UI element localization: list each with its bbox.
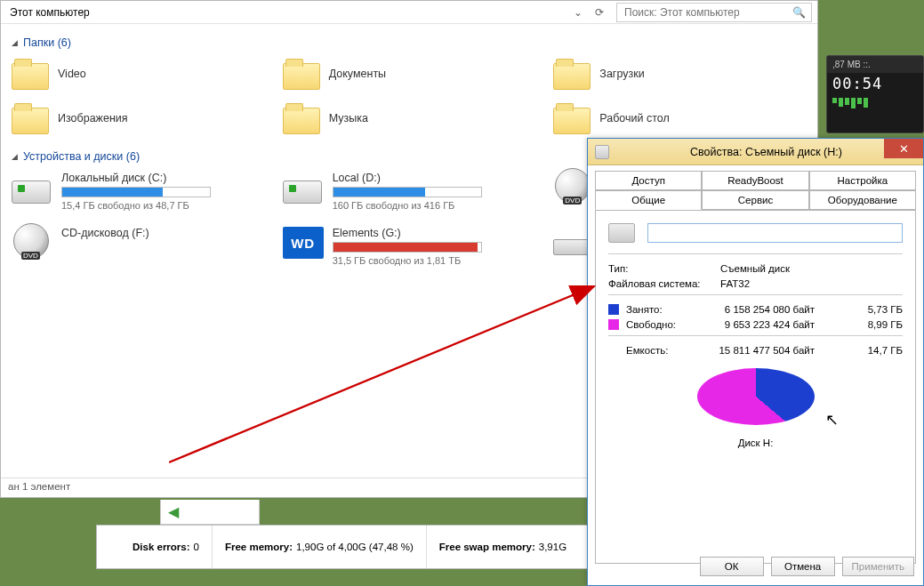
folder-label: Музыка	[329, 112, 368, 124]
partial-button[interactable]: ◀	[160, 500, 260, 525]
drive-icon	[12, 227, 52, 259]
drive-subtext: 160 ГБ свободно из 416 ГБ	[333, 200, 482, 211]
drive-name: CD-дисковод (F:)	[61, 227, 149, 239]
drive-icon	[283, 172, 324, 204]
folder-item[interactable]: Рабочий стол	[553, 102, 807, 134]
folder-item[interactable]: Изображения	[12, 102, 265, 134]
tab-доступ[interactable]: Доступ	[595, 171, 702, 190]
usage-pie-chart	[697, 368, 815, 434]
folder-label: Рабочий стол	[599, 112, 669, 124]
folder-icon	[283, 102, 320, 134]
search-input[interactable]: 🔍	[616, 3, 812, 22]
capacity-row: Емкость: 15 811 477 504 байт 14,7 ГБ	[608, 345, 903, 356]
folder-icon	[553, 58, 591, 90]
drive-name: Elements (G:)	[333, 227, 482, 239]
info-cell: Free memory:1,90G of 4,00G (47,48 %)	[212, 526, 426, 568]
mouse-cursor-icon: ↖	[825, 410, 839, 429]
folder-item[interactable]: Загрузки	[553, 58, 807, 90]
cancel-button[interactable]: Отмена	[771, 557, 835, 576]
drive-item[interactable]: Local (D:)160 ГБ свободно из 416 ГБ	[283, 172, 536, 211]
tab-panel-general: Тип:Съемный диск Файловая система:FAT32 …	[595, 210, 916, 564]
tab-оборудование[interactable]: Оборудование	[809, 190, 916, 210]
folder-icon	[283, 58, 320, 90]
drive-name: Локальный диск (C:)	[61, 172, 211, 184]
folder-item[interactable]: Музыка	[283, 102, 536, 134]
address-bar: Этот компьютер ⌄ ⟳ 🔍	[1, 1, 817, 24]
pie-label: Диск H:	[608, 437, 903, 448]
drive-icon: WD	[283, 227, 324, 259]
gadget-line: ,87 MB ::.	[827, 56, 923, 73]
location-text: Этот компьютер	[10, 6, 90, 19]
drive-icon	[12, 172, 52, 204]
dialog-titlebar[interactable]: Свойства: Съемный диск (H:) ✕	[588, 139, 923, 165]
folder-label: Документы	[329, 68, 386, 80]
folder-label: Загрузки	[599, 68, 644, 80]
folders-header[interactable]: ◢ Папки (6)	[12, 36, 807, 49]
drive-icon	[608, 223, 635, 243]
tab-readyboost[interactable]: ReadyBoost	[702, 171, 808, 190]
folder-icon	[553, 102, 591, 134]
chevron-down-icon[interactable]: ⌄	[570, 4, 586, 20]
drive-name: Local (D:)	[333, 172, 482, 184]
folder-icon	[12, 102, 49, 134]
free-color-swatch	[608, 319, 619, 330]
used-color-swatch	[608, 304, 619, 315]
refresh-icon[interactable]: ⟳	[591, 4, 607, 20]
breadcrumb[interactable]: Этот компьютер ⌄ ⟳	[6, 4, 611, 20]
search-field[interactable]	[623, 5, 792, 20]
usage-bar	[333, 242, 482, 253]
info-cell: Free swap memory:3,91G	[426, 526, 579, 568]
drive-icon	[595, 145, 609, 159]
gadget-bars	[827, 94, 923, 112]
folder-label: Изображения	[58, 112, 128, 124]
dialog-title: Свойства: Съемный диск (H:)	[616, 146, 916, 158]
tab-сервис[interactable]: Сервис	[702, 190, 808, 210]
folder-item[interactable]: Документы	[283, 58, 536, 90]
tab-настройка[interactable]: Настройка	[809, 171, 916, 190]
drive-item[interactable]: CD-дисковод (F:)	[12, 227, 265, 266]
gadget-clock: 00:54	[827, 73, 923, 94]
folder-item[interactable]: Video	[12, 58, 265, 90]
drive-subtext: 15,4 ГБ свободно из 48,7 ГБ	[61, 200, 211, 211]
free-space-row: Свободно: 9 653 223 424 байт 8,99 ГБ	[608, 319, 903, 330]
tab-strip: ДоступReadyBoostНастройкаОбщиеСервисОбор…	[588, 165, 923, 210]
search-icon[interactable]: 🔍	[792, 6, 806, 19]
drive-item[interactable]: WDElements (G:)31,5 ГБ свободно из 1,81 …	[283, 227, 536, 266]
back-arrow-icon: ◀	[168, 503, 179, 520]
ok-button[interactable]: ОК	[700, 557, 764, 576]
usage-bar	[333, 187, 482, 197]
drive-subtext: 31,5 ГБ свободно из 1,81 ТБ	[333, 255, 482, 266]
close-button[interactable]: ✕	[884, 139, 923, 158]
folder-icon	[12, 58, 49, 90]
desktop-gadget[interactable]: ,87 MB ::. 00:54	[826, 55, 924, 133]
properties-dialog: Свойства: Съемный диск (H:) ✕ ДоступRead…	[587, 138, 924, 586]
usage-bar	[61, 187, 211, 197]
collapse-icon[interactable]: ◢	[12, 38, 18, 47]
drive-item[interactable]: Локальный диск (C:)15,4 ГБ свободно из 4…	[12, 172, 265, 211]
info-cell: Disk errors:0	[97, 526, 212, 568]
volume-name-input[interactable]	[647, 223, 903, 243]
collapse-icon[interactable]: ◢	[12, 152, 18, 161]
apply-button[interactable]: Применить	[842, 557, 914, 576]
used-space-row: Занято: 6 158 254 080 байт 5,73 ГБ	[608, 304, 903, 315]
tab-общие[interactable]: Общие	[595, 190, 702, 210]
dialog-buttons: ОК Отмена Применить	[700, 557, 914, 576]
folder-label: Video	[58, 68, 86, 80]
